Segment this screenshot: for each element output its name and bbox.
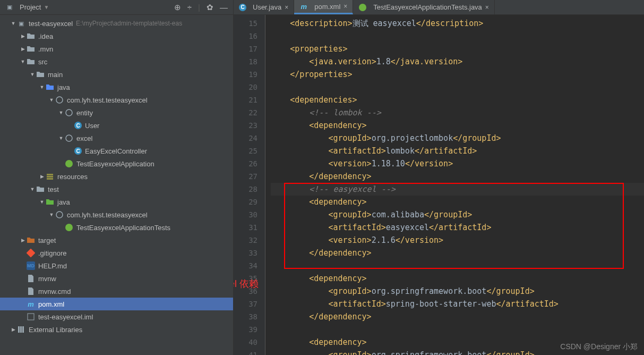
tree-item[interactable]: TestEasyexcelApplicationTests (0, 221, 233, 234)
code-line[interactable]: <groupId>org.springframework.boot</group… (271, 285, 644, 298)
tree-item[interactable]: ▼src (0, 55, 233, 68)
code-line[interactable]: <java.version>1.8</java.version> (271, 55, 644, 68)
code-line[interactable]: <version>2.1.6</version> (271, 234, 644, 247)
code-line[interactable] (271, 81, 644, 94)
tree-item[interactable]: ▼com.lyh.test.testeasyexcel (0, 208, 233, 221)
expand-arrow[interactable]: ▼ (48, 212, 55, 217)
expand-arrow[interactable]: ▼ (38, 84, 46, 90)
project-view-selector[interactable]: ▣ Project ▼ (5, 3, 49, 12)
expand-arrow[interactable]: ▼ (10, 21, 17, 26)
expand-arrow[interactable]: ▼ (57, 136, 65, 141)
tree-item[interactable]: ▼test (0, 183, 233, 196)
expand-arrow[interactable]: ▶ (19, 46, 27, 52)
expand-arrow[interactable]: ▼ (57, 110, 65, 115)
locate-icon[interactable]: ⊕ (174, 3, 181, 12)
tree-item[interactable]: MDHELP.md (0, 259, 233, 272)
tree-item[interactable]: ▼java (0, 196, 233, 208)
code-line[interactable]: <dependency> (271, 119, 644, 132)
editor-area: CUser.java×mpom.xml×TestEasyexcelApplica… (234, 0, 644, 355)
tab-label: User.java (253, 3, 281, 11)
tree-item[interactable]: ▼java (0, 81, 233, 94)
code-line[interactable]: <dependency> (271, 272, 644, 285)
target-folder-icon (27, 236, 35, 244)
springboot-icon (358, 3, 367, 12)
tree-item-label: test-easyexcel (29, 20, 73, 28)
project-view-label: Project (20, 3, 41, 11)
class-icon: C (239, 4, 246, 11)
tree-item[interactable]: CEasyExcelController (0, 145, 233, 157)
code-line[interactable] (271, 259, 644, 272)
code-line[interactable]: <artifactId>easyexcel</artifactId> (271, 221, 644, 234)
editor-tab[interactable]: TestEasyexcelApplicationTests.java× (353, 0, 495, 14)
tree-item[interactable]: mpom.xml (0, 298, 233, 310)
editor-tab[interactable]: mpom.xml× (294, 0, 353, 14)
tree-item[interactable]: TestEasyexcelApplication (0, 157, 233, 170)
gear-icon[interactable]: ✿ (207, 3, 213, 12)
expand-arrow[interactable]: ▼ (48, 97, 55, 103)
expand-arrow[interactable]: ▶ (38, 174, 46, 179)
code-line[interactable] (271, 323, 644, 336)
close-icon[interactable]: × (344, 3, 347, 10)
project-tree[interactable]: ▼▣test-easyexcelE:\myProject\admin-templ… (0, 15, 233, 355)
svg-point-2 (66, 135, 72, 141)
code-line[interactable]: <groupId>com.alibaba</groupId> (271, 208, 644, 221)
tree-item[interactable]: ▶.mvn (0, 43, 233, 55)
line-number: 40 (234, 336, 257, 349)
line-number: 17 (234, 43, 257, 55)
tree-item[interactable]: ▼main (0, 68, 233, 81)
code-line[interactable]: <description>测试 easyexcel</description> (271, 17, 644, 30)
expand-arrow[interactable]: ▶ (19, 33, 27, 39)
tree-item-label: excel (76, 134, 92, 142)
code-line[interactable]: <version>1.18.10</version> (271, 157, 644, 170)
expand-arrow[interactable]: ▼ (29, 187, 36, 192)
editor-tab[interactable]: CUser.java× (234, 0, 294, 14)
hide-icon[interactable]: — (220, 3, 228, 12)
code-line[interactable] (271, 30, 644, 43)
code-line[interactable]: </dependency> (271, 310, 644, 323)
expand-arrow[interactable]: ▶ (19, 238, 27, 243)
code-line[interactable]: <artifactId>lombok</artifactId> (271, 145, 644, 157)
svg-rect-5 (47, 176, 53, 178)
code-line[interactable]: </dependency> (271, 247, 644, 259)
tree-item[interactable]: ▶target (0, 234, 233, 247)
tree-item[interactable]: test-easyexcel.iml (0, 310, 233, 323)
tree-item[interactable]: ▼com.lyh.test.testeasyexcel (0, 94, 233, 106)
line-number: 26 (234, 157, 257, 170)
tree-item[interactable]: ▶resources (0, 170, 233, 183)
code-line[interactable]: <properties> (271, 43, 644, 55)
tree-item[interactable]: ▼entity (0, 106, 233, 119)
tree-item-label: java (57, 83, 70, 91)
tree-item[interactable]: ▼excel (0, 132, 233, 145)
expand-arrow[interactable]: ▼ (19, 59, 27, 64)
code-line[interactable]: </properties> (271, 68, 644, 81)
code-line[interactable]: <!-- lombok --> (271, 106, 644, 119)
expand-arrow[interactable]: ▶ (10, 327, 17, 332)
tree-item-label: com.lyh.test.testeasyexcel (67, 211, 148, 219)
close-icon[interactable]: × (285, 4, 288, 11)
tree-item[interactable]: mvnw (0, 272, 233, 285)
close-icon[interactable]: × (485, 4, 489, 11)
editor-tabs: CUser.java×mpom.xml×TestEasyexcelApplica… (234, 0, 644, 15)
tab-label: TestEasyexcelApplicationTests.java (373, 3, 482, 11)
tree-item[interactable]: ▶.idea (0, 30, 233, 43)
svg-point-1 (66, 109, 72, 116)
expand-arrow[interactable]: ▼ (29, 72, 36, 77)
tree-item[interactable]: .gitignore (0, 247, 233, 259)
tree-item[interactable]: mvnw.cmd (0, 285, 233, 298)
expand-arrow[interactable]: ▼ (38, 199, 46, 205)
dropdown-icon: ▼ (44, 4, 49, 10)
expand-icon[interactable]: ÷ (187, 3, 192, 12)
code-line[interactable]: <!-- easyexcel --> (271, 183, 644, 196)
code-line[interactable]: <artifactId>spring-boot-starter-web</art… (271, 298, 644, 310)
code-line[interactable]: <dependency> (271, 196, 644, 208)
code-line[interactable]: <groupId>org.projectlombok</groupId> (271, 132, 644, 145)
code-line[interactable]: <dependencies> (271, 94, 644, 106)
code-line[interactable]: </dependency> (271, 170, 644, 183)
tree-item-label: test-easyexcel.iml (38, 313, 93, 321)
tree-item[interactable]: CUser (0, 119, 233, 132)
tree-item[interactable]: ▶External Libraries (0, 323, 233, 336)
tree-item[interactable]: ▼▣test-easyexcelE:\myProject\admin-templ… (0, 17, 233, 30)
code-editor[interactable]: <description>测试 easyexcel</description> … (265, 15, 644, 355)
git-icon (27, 249, 35, 257)
folder-icon (27, 45, 35, 53)
